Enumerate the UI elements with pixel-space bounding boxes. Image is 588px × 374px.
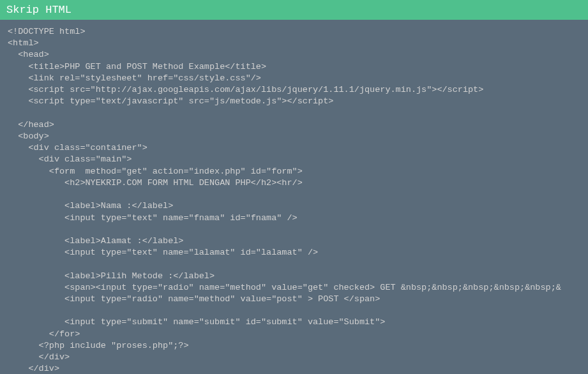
code-line: <form method="get" action="index.php" id… (8, 167, 303, 176)
code-line: <h2>NYEKRIP.COM FORM HTML DENGAN PHP</h2… (8, 178, 303, 188)
code-line: </head> (8, 120, 54, 130)
code-line: <div class="main"> (8, 154, 132, 164)
code-line: <label>Nama :</label> (8, 201, 173, 211)
code-block: <!DOCTYPE html> <html> <head> <title>PHP… (0, 20, 588, 374)
code-line: </for> (8, 329, 80, 339)
code-line: <div class="container"> (8, 143, 147, 153)
code-line: <input type="submit" name="submit" id="s… (8, 317, 385, 327)
code-line: <!DOCTYPE html> (8, 27, 86, 36)
code-line: <label>Pilih Metode :</label> (8, 271, 215, 281)
code-line: <html> (8, 38, 39, 48)
code-line: </div> (8, 352, 70, 362)
code-line: <input type="text" name="lalamat" id="la… (8, 248, 318, 257)
header-title: Skrip HTML (6, 4, 72, 16)
code-line: </div> (8, 364, 59, 373)
code-line: <input type="text" name="fnama" id="fnam… (8, 213, 298, 223)
code-line: <span><input type="radio" name="method" … (8, 283, 561, 292)
code-line: <title>PHP GET and POST Method Example</… (8, 62, 266, 71)
code-line: <input type="radio" name="method" value=… (8, 294, 380, 304)
code-line: <link rel="stylesheet" href="css/style.c… (8, 73, 261, 83)
header-bar: Skrip HTML (0, 0, 588, 20)
code-line: <script type="text/javascript" src="js/m… (8, 96, 333, 106)
code-line: <?php include "proses.php";?> (8, 341, 189, 350)
code-line: <label>Alamat :</label> (8, 236, 183, 246)
code-line: <body> (8, 131, 49, 141)
code-line: <script src="http://ajax.googleapis.com/… (8, 85, 483, 94)
code-line: <head> (8, 50, 49, 59)
